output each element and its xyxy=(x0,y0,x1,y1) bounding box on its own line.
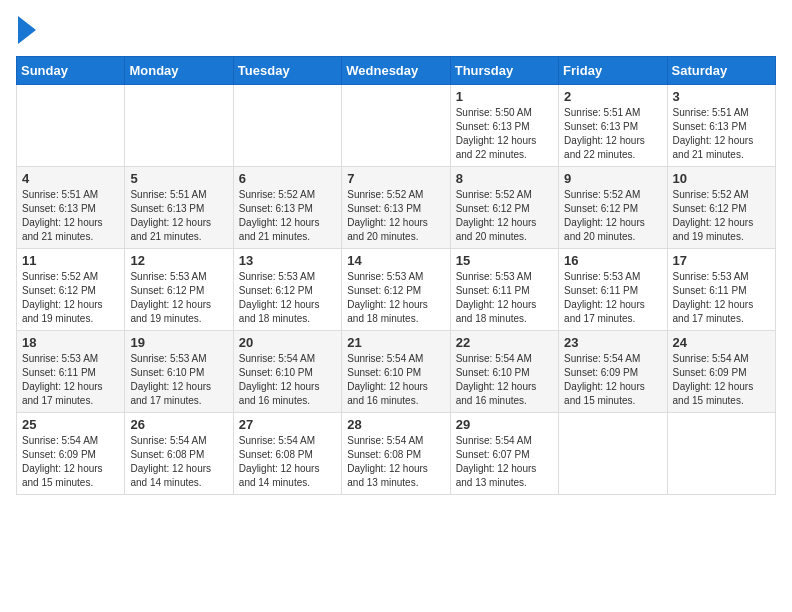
calendar-cell: 11Sunrise: 5:52 AMSunset: 6:12 PMDayligh… xyxy=(17,249,125,331)
day-info: Sunrise: 5:53 AMSunset: 6:12 PMDaylight:… xyxy=(130,270,227,326)
day-number: 7 xyxy=(347,171,444,186)
day-number: 1 xyxy=(456,89,553,104)
day-info: Sunrise: 5:51 AMSunset: 6:13 PMDaylight:… xyxy=(673,106,770,162)
calendar-cell: 2Sunrise: 5:51 AMSunset: 6:13 PMDaylight… xyxy=(559,85,667,167)
calendar-header: SundayMondayTuesdayWednesdayThursdayFrid… xyxy=(17,57,776,85)
day-info: Sunrise: 5:53 AMSunset: 6:11 PMDaylight:… xyxy=(673,270,770,326)
calendar-table: SundayMondayTuesdayWednesdayThursdayFrid… xyxy=(16,56,776,495)
day-number: 28 xyxy=(347,417,444,432)
day-number: 12 xyxy=(130,253,227,268)
calendar-cell: 24Sunrise: 5:54 AMSunset: 6:09 PMDayligh… xyxy=(667,331,775,413)
weekday-header-thursday: Thursday xyxy=(450,57,558,85)
calendar-cell: 26Sunrise: 5:54 AMSunset: 6:08 PMDayligh… xyxy=(125,413,233,495)
day-info: Sunrise: 5:54 AMSunset: 6:09 PMDaylight:… xyxy=(22,434,119,490)
calendar-week-3: 11Sunrise: 5:52 AMSunset: 6:12 PMDayligh… xyxy=(17,249,776,331)
weekday-header-friday: Friday xyxy=(559,57,667,85)
day-info: Sunrise: 5:52 AMSunset: 6:13 PMDaylight:… xyxy=(347,188,444,244)
weekday-header-monday: Monday xyxy=(125,57,233,85)
calendar-cell: 25Sunrise: 5:54 AMSunset: 6:09 PMDayligh… xyxy=(17,413,125,495)
day-info: Sunrise: 5:54 AMSunset: 6:10 PMDaylight:… xyxy=(239,352,336,408)
day-info: Sunrise: 5:52 AMSunset: 6:12 PMDaylight:… xyxy=(22,270,119,326)
calendar-cell: 5Sunrise: 5:51 AMSunset: 6:13 PMDaylight… xyxy=(125,167,233,249)
day-info: Sunrise: 5:52 AMSunset: 6:12 PMDaylight:… xyxy=(673,188,770,244)
day-info: Sunrise: 5:52 AMSunset: 6:12 PMDaylight:… xyxy=(564,188,661,244)
calendar-cell: 10Sunrise: 5:52 AMSunset: 6:12 PMDayligh… xyxy=(667,167,775,249)
calendar-cell: 19Sunrise: 5:53 AMSunset: 6:10 PMDayligh… xyxy=(125,331,233,413)
day-number: 23 xyxy=(564,335,661,350)
day-info: Sunrise: 5:54 AMSunset: 6:10 PMDaylight:… xyxy=(347,352,444,408)
calendar-cell: 21Sunrise: 5:54 AMSunset: 6:10 PMDayligh… xyxy=(342,331,450,413)
day-number: 2 xyxy=(564,89,661,104)
weekday-header-tuesday: Tuesday xyxy=(233,57,341,85)
day-info: Sunrise: 5:52 AMSunset: 6:12 PMDaylight:… xyxy=(456,188,553,244)
calendar-cell xyxy=(125,85,233,167)
day-number: 14 xyxy=(347,253,444,268)
weekday-header-row: SundayMondayTuesdayWednesdayThursdayFrid… xyxy=(17,57,776,85)
calendar-week-4: 18Sunrise: 5:53 AMSunset: 6:11 PMDayligh… xyxy=(17,331,776,413)
day-number: 17 xyxy=(673,253,770,268)
day-number: 27 xyxy=(239,417,336,432)
page-header xyxy=(16,16,776,44)
calendar-cell: 7Sunrise: 5:52 AMSunset: 6:13 PMDaylight… xyxy=(342,167,450,249)
calendar-cell: 27Sunrise: 5:54 AMSunset: 6:08 PMDayligh… xyxy=(233,413,341,495)
day-info: Sunrise: 5:54 AMSunset: 6:08 PMDaylight:… xyxy=(347,434,444,490)
day-number: 25 xyxy=(22,417,119,432)
day-number: 29 xyxy=(456,417,553,432)
calendar-cell: 17Sunrise: 5:53 AMSunset: 6:11 PMDayligh… xyxy=(667,249,775,331)
day-info: Sunrise: 5:53 AMSunset: 6:12 PMDaylight:… xyxy=(239,270,336,326)
day-number: 26 xyxy=(130,417,227,432)
day-number: 22 xyxy=(456,335,553,350)
calendar-cell: 20Sunrise: 5:54 AMSunset: 6:10 PMDayligh… xyxy=(233,331,341,413)
day-number: 20 xyxy=(239,335,336,350)
day-info: Sunrise: 5:51 AMSunset: 6:13 PMDaylight:… xyxy=(564,106,661,162)
day-info: Sunrise: 5:53 AMSunset: 6:12 PMDaylight:… xyxy=(347,270,444,326)
day-number: 11 xyxy=(22,253,119,268)
calendar-body: 1Sunrise: 5:50 AMSunset: 6:13 PMDaylight… xyxy=(17,85,776,495)
calendar-week-2: 4Sunrise: 5:51 AMSunset: 6:13 PMDaylight… xyxy=(17,167,776,249)
calendar-week-1: 1Sunrise: 5:50 AMSunset: 6:13 PMDaylight… xyxy=(17,85,776,167)
calendar-cell: 8Sunrise: 5:52 AMSunset: 6:12 PMDaylight… xyxy=(450,167,558,249)
day-info: Sunrise: 5:51 AMSunset: 6:13 PMDaylight:… xyxy=(22,188,119,244)
day-info: Sunrise: 5:53 AMSunset: 6:11 PMDaylight:… xyxy=(456,270,553,326)
day-info: Sunrise: 5:51 AMSunset: 6:13 PMDaylight:… xyxy=(130,188,227,244)
day-number: 16 xyxy=(564,253,661,268)
calendar-cell: 22Sunrise: 5:54 AMSunset: 6:10 PMDayligh… xyxy=(450,331,558,413)
day-number: 19 xyxy=(130,335,227,350)
calendar-cell: 29Sunrise: 5:54 AMSunset: 6:07 PMDayligh… xyxy=(450,413,558,495)
calendar-week-5: 25Sunrise: 5:54 AMSunset: 6:09 PMDayligh… xyxy=(17,413,776,495)
calendar-cell: 9Sunrise: 5:52 AMSunset: 6:12 PMDaylight… xyxy=(559,167,667,249)
calendar-cell: 12Sunrise: 5:53 AMSunset: 6:12 PMDayligh… xyxy=(125,249,233,331)
calendar-cell xyxy=(17,85,125,167)
day-info: Sunrise: 5:52 AMSunset: 6:13 PMDaylight:… xyxy=(239,188,336,244)
logo-arrow-icon xyxy=(18,16,36,44)
calendar-cell: 18Sunrise: 5:53 AMSunset: 6:11 PMDayligh… xyxy=(17,331,125,413)
calendar-cell: 14Sunrise: 5:53 AMSunset: 6:12 PMDayligh… xyxy=(342,249,450,331)
day-number: 21 xyxy=(347,335,444,350)
day-number: 8 xyxy=(456,171,553,186)
calendar-cell: 15Sunrise: 5:53 AMSunset: 6:11 PMDayligh… xyxy=(450,249,558,331)
day-number: 18 xyxy=(22,335,119,350)
weekday-header-sunday: Sunday xyxy=(17,57,125,85)
day-info: Sunrise: 5:54 AMSunset: 6:09 PMDaylight:… xyxy=(673,352,770,408)
day-info: Sunrise: 5:54 AMSunset: 6:10 PMDaylight:… xyxy=(456,352,553,408)
day-info: Sunrise: 5:53 AMSunset: 6:10 PMDaylight:… xyxy=(130,352,227,408)
weekday-header-wednesday: Wednesday xyxy=(342,57,450,85)
calendar-cell: 23Sunrise: 5:54 AMSunset: 6:09 PMDayligh… xyxy=(559,331,667,413)
calendar-cell: 6Sunrise: 5:52 AMSunset: 6:13 PMDaylight… xyxy=(233,167,341,249)
day-number: 5 xyxy=(130,171,227,186)
logo xyxy=(16,16,36,44)
day-info: Sunrise: 5:50 AMSunset: 6:13 PMDaylight:… xyxy=(456,106,553,162)
day-number: 10 xyxy=(673,171,770,186)
day-number: 24 xyxy=(673,335,770,350)
day-number: 3 xyxy=(673,89,770,104)
day-info: Sunrise: 5:54 AMSunset: 6:09 PMDaylight:… xyxy=(564,352,661,408)
day-number: 4 xyxy=(22,171,119,186)
day-number: 15 xyxy=(456,253,553,268)
calendar-cell xyxy=(667,413,775,495)
calendar-cell: 1Sunrise: 5:50 AMSunset: 6:13 PMDaylight… xyxy=(450,85,558,167)
day-number: 6 xyxy=(239,171,336,186)
weekday-header-saturday: Saturday xyxy=(667,57,775,85)
day-number: 9 xyxy=(564,171,661,186)
calendar-cell xyxy=(342,85,450,167)
calendar-cell: 4Sunrise: 5:51 AMSunset: 6:13 PMDaylight… xyxy=(17,167,125,249)
